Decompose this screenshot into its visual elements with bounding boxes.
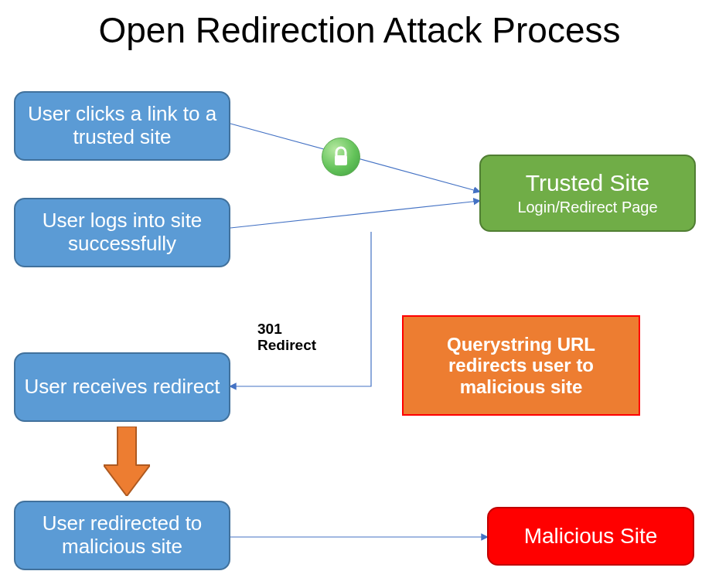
trusted-site-subtitle: Login/Redirect Page [517,199,657,216]
step-1-label: User clicks a link to a trusted site [23,103,221,149]
malicious-site-label: Malicious Site [524,524,658,549]
redirect-code-line1: 301 [257,321,327,338]
querystring-box: Querystring URL redirects user to malici… [402,315,640,416]
step-3-box: User receives redirect [14,352,230,422]
trusted-site-box: Trusted Site Login/Redirect Page [479,155,696,232]
redirect-code-label: 301 Redirect [257,321,327,354]
diagram-stage: Open Redirection Attack Process User cli… [0,0,719,588]
step-4-box: User redirected to malicious site [14,501,230,570]
svg-marker-4 [104,427,150,496]
step-1-box: User clicks a link to a trusted site [14,91,230,161]
diagram-title: Open Redirection Attack Process [0,9,719,51]
step-2-box: User logs into site successfully [14,198,230,267]
down-arrow-icon [104,427,150,499]
querystring-label: Querystring URL redirects user to malici… [411,334,631,398]
step-2-label: User logs into site successfully [23,209,221,256]
svg-line-1 [230,201,479,228]
trusted-site-title: Trusted Site [526,170,650,197]
redirect-code-line2: Redirect [257,338,327,354]
step-4-label: User redirected to malicious site [23,512,221,559]
lock-icon [322,138,360,176]
connector-lines [0,0,719,588]
svg-rect-3 [335,155,347,165]
malicious-site-box: Malicious Site [487,507,694,566]
step-3-label: User receives redirect [25,376,220,399]
